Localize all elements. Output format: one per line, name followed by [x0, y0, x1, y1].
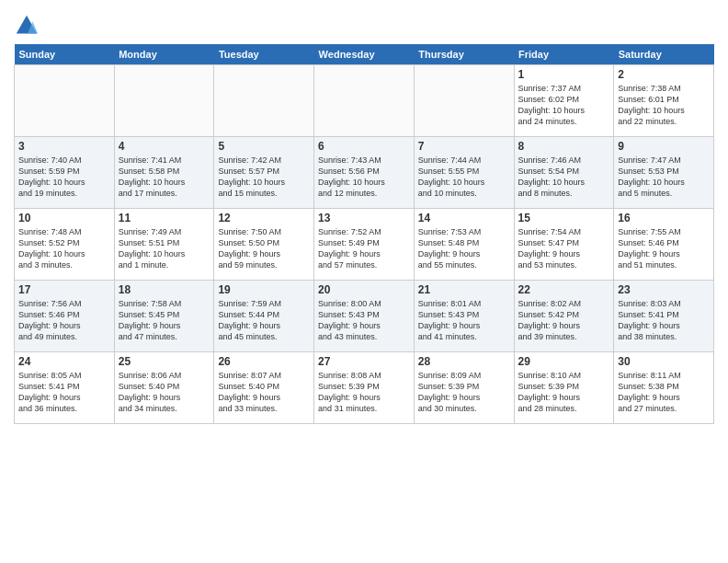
calendar-cell [314, 65, 415, 137]
day-number: 1 [518, 68, 610, 81]
day-number: 5 [218, 140, 310, 153]
day-number: 22 [518, 283, 610, 296]
day-number: 29 [518, 355, 610, 368]
day-number: 13 [318, 212, 410, 224]
day-info: Sunrise: 8:07 AM Sunset: 5:40 PM Dayligh… [218, 370, 310, 415]
day-info: Sunrise: 8:10 AM Sunset: 5:39 PM Dayligh… [518, 370, 610, 415]
weekday-header-cell: Saturday [614, 44, 714, 65]
header-section [14, 9, 714, 39]
calendar-cell: 24Sunrise: 8:05 AM Sunset: 5:41 PM Dayli… [15, 352, 115, 424]
calendar-cell: 27Sunrise: 8:08 AM Sunset: 5:39 PM Dayli… [314, 352, 415, 424]
calendar-cell: 16Sunrise: 7:55 AM Sunset: 5:46 PM Dayli… [614, 209, 714, 281]
day-info: Sunrise: 8:01 AM Sunset: 5:43 PM Dayligh… [418, 298, 510, 343]
calendar-cell: 9Sunrise: 7:47 AM Sunset: 5:53 PM Daylig… [614, 137, 714, 209]
calendar-cell: 23Sunrise: 8:03 AM Sunset: 5:41 PM Dayli… [614, 281, 714, 352]
day-number: 24 [18, 355, 110, 368]
calendar-cell: 11Sunrise: 7:49 AM Sunset: 5:51 PM Dayli… [114, 209, 214, 281]
day-info: Sunrise: 7:48 AM Sunset: 5:52 PM Dayligh… [18, 226, 110, 271]
calendar-cell: 21Sunrise: 8:01 AM Sunset: 5:43 PM Dayli… [414, 281, 514, 352]
day-info: Sunrise: 7:56 AM Sunset: 5:46 PM Dayligh… [18, 298, 110, 343]
day-info: Sunrise: 8:02 AM Sunset: 5:42 PM Dayligh… [518, 298, 610, 343]
calendar-cell [15, 65, 115, 137]
calendar-cell: 2Sunrise: 7:38 AM Sunset: 6:01 PM Daylig… [614, 65, 714, 137]
calendar-week-row: 24Sunrise: 8:05 AM Sunset: 5:41 PM Dayli… [15, 352, 714, 424]
calendar-cell: 1Sunrise: 7:37 AM Sunset: 6:02 PM Daylig… [514, 65, 614, 137]
calendar-cell: 8Sunrise: 7:46 AM Sunset: 5:54 PM Daylig… [514, 137, 614, 209]
calendar-cell [114, 65, 214, 137]
day-number: 4 [119, 140, 210, 153]
day-number: 15 [518, 212, 610, 224]
day-info: Sunrise: 7:42 AM Sunset: 5:57 PM Dayligh… [218, 155, 310, 200]
weekday-header-cell: Monday [114, 44, 214, 65]
calendar-cell: 13Sunrise: 7:52 AM Sunset: 5:49 PM Dayli… [314, 209, 415, 281]
day-info: Sunrise: 7:44 AM Sunset: 5:55 PM Dayligh… [418, 155, 510, 200]
calendar-cell: 6Sunrise: 7:43 AM Sunset: 5:56 PM Daylig… [314, 137, 415, 209]
calendar-week-row: 10Sunrise: 7:48 AM Sunset: 5:52 PM Dayli… [15, 209, 714, 281]
day-number: 27 [318, 355, 410, 368]
calendar-cell: 10Sunrise: 7:48 AM Sunset: 5:52 PM Dayli… [15, 209, 115, 281]
calendar-cell: 4Sunrise: 7:41 AM Sunset: 5:58 PM Daylig… [114, 137, 214, 209]
day-info: Sunrise: 8:11 AM Sunset: 5:38 PM Dayligh… [618, 370, 710, 415]
day-number: 21 [418, 283, 510, 296]
day-number: 25 [119, 355, 210, 368]
calendar-cell [214, 65, 314, 137]
calendar-week-row: 3Sunrise: 7:40 AM Sunset: 5:59 PM Daylig… [15, 137, 714, 209]
day-number: 26 [218, 355, 310, 368]
day-number: 23 [618, 283, 710, 296]
calendar-cell: 20Sunrise: 8:00 AM Sunset: 5:43 PM Dayli… [314, 281, 415, 352]
day-info: Sunrise: 8:06 AM Sunset: 5:40 PM Dayligh… [119, 370, 210, 415]
day-info: Sunrise: 7:54 AM Sunset: 5:47 PM Dayligh… [518, 226, 610, 271]
weekday-header-cell: Sunday [15, 44, 115, 65]
day-info: Sunrise: 7:41 AM Sunset: 5:58 PM Dayligh… [119, 155, 210, 200]
calendar-cell: 5Sunrise: 7:42 AM Sunset: 5:57 PM Daylig… [214, 137, 314, 209]
day-info: Sunrise: 7:53 AM Sunset: 5:48 PM Dayligh… [418, 226, 510, 271]
day-number: 14 [418, 212, 510, 224]
calendar-cell: 25Sunrise: 8:06 AM Sunset: 5:40 PM Dayli… [114, 352, 214, 424]
calendar-body: 1Sunrise: 7:37 AM Sunset: 6:02 PM Daylig… [15, 65, 714, 424]
calendar-week-row: 1Sunrise: 7:37 AM Sunset: 6:02 PM Daylig… [15, 65, 714, 137]
calendar-cell: 26Sunrise: 8:07 AM Sunset: 5:40 PM Dayli… [214, 352, 314, 424]
calendar-cell: 14Sunrise: 7:53 AM Sunset: 5:48 PM Dayli… [414, 209, 514, 281]
day-number: 6 [318, 140, 410, 153]
day-number: 11 [119, 212, 210, 224]
day-number: 17 [18, 283, 110, 296]
day-info: Sunrise: 7:52 AM Sunset: 5:49 PM Dayligh… [318, 226, 410, 271]
day-number: 7 [418, 140, 510, 153]
day-info: Sunrise: 7:38 AM Sunset: 6:01 PM Dayligh… [618, 83, 710, 128]
calendar-cell: 29Sunrise: 8:10 AM Sunset: 5:39 PM Dayli… [514, 352, 614, 424]
logo-icon [14, 13, 40, 39]
day-info: Sunrise: 7:37 AM Sunset: 6:02 PM Dayligh… [518, 83, 610, 128]
calendar-cell: 3Sunrise: 7:40 AM Sunset: 5:59 PM Daylig… [15, 137, 115, 209]
day-info: Sunrise: 7:40 AM Sunset: 5:59 PM Dayligh… [18, 155, 110, 200]
calendar-cell: 17Sunrise: 7:56 AM Sunset: 5:46 PM Dayli… [15, 281, 115, 352]
day-info: Sunrise: 7:59 AM Sunset: 5:44 PM Dayligh… [218, 298, 310, 343]
day-number: 30 [618, 355, 710, 368]
calendar-container: SundayMondayTuesdayWednesdayThursdayFrid… [0, 0, 728, 433]
day-info: Sunrise: 8:00 AM Sunset: 5:43 PM Dayligh… [318, 298, 410, 343]
weekday-header-cell: Friday [514, 44, 614, 65]
calendar-table: SundayMondayTuesdayWednesdayThursdayFrid… [14, 44, 714, 424]
day-number: 8 [518, 140, 610, 153]
day-number: 20 [318, 283, 410, 296]
day-info: Sunrise: 7:46 AM Sunset: 5:54 PM Dayligh… [518, 155, 610, 200]
calendar-cell: 12Sunrise: 7:50 AM Sunset: 5:50 PM Dayli… [214, 209, 314, 281]
day-info: Sunrise: 7:47 AM Sunset: 5:53 PM Dayligh… [618, 155, 710, 200]
day-number: 19 [218, 283, 310, 296]
weekday-header-cell: Wednesday [314, 44, 415, 65]
calendar-cell: 19Sunrise: 7:59 AM Sunset: 5:44 PM Dayli… [214, 281, 314, 352]
day-info: Sunrise: 7:58 AM Sunset: 5:45 PM Dayligh… [119, 298, 210, 343]
weekday-header-cell: Tuesday [214, 44, 314, 65]
day-info: Sunrise: 8:08 AM Sunset: 5:39 PM Dayligh… [318, 370, 410, 415]
day-number: 2 [618, 68, 710, 81]
calendar-cell: 18Sunrise: 7:58 AM Sunset: 5:45 PM Dayli… [114, 281, 214, 352]
weekday-header-row: SundayMondayTuesdayWednesdayThursdayFrid… [15, 44, 714, 65]
day-number: 10 [18, 212, 110, 224]
calendar-week-row: 17Sunrise: 7:56 AM Sunset: 5:46 PM Dayli… [15, 281, 714, 352]
calendar-cell: 30Sunrise: 8:11 AM Sunset: 5:38 PM Dayli… [614, 352, 714, 424]
calendar-cell [414, 65, 514, 137]
calendar-cell: 7Sunrise: 7:44 AM Sunset: 5:55 PM Daylig… [414, 137, 514, 209]
day-info: Sunrise: 7:49 AM Sunset: 5:51 PM Dayligh… [119, 226, 210, 271]
day-info: Sunrise: 8:03 AM Sunset: 5:41 PM Dayligh… [618, 298, 710, 343]
weekday-header-cell: Thursday [414, 44, 514, 65]
day-info: Sunrise: 8:09 AM Sunset: 5:39 PM Dayligh… [418, 370, 510, 415]
